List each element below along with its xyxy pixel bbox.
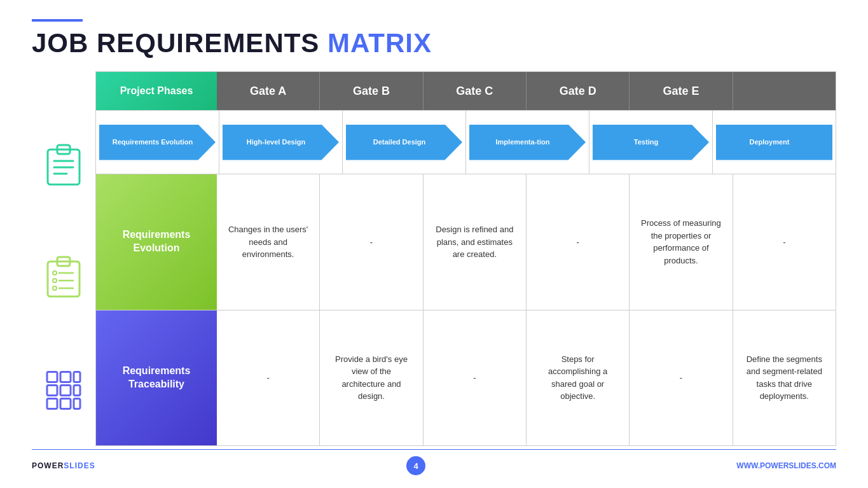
clipboard-icon xyxy=(45,143,83,188)
icon-column xyxy=(32,71,95,446)
footer-brand-text: POWER xyxy=(32,461,64,470)
footer-url: WWW.POWERSLIDES.COM xyxy=(736,461,836,470)
arrow-testing: Testing xyxy=(593,125,709,160)
req-trace-cell-2: Provide a bird's eye view of the archite… xyxy=(320,310,423,446)
arrow-cell-5: Testing xyxy=(589,111,713,174)
gate-c-header: Gate C xyxy=(424,72,527,110)
req-evo-cell-3: Design is refined and plans, and estimat… xyxy=(424,174,527,310)
footer: POWERSLIDES 4 WWW.POWERSLIDES.COM xyxy=(32,449,836,475)
arrow-deployment: Deployment xyxy=(716,125,832,160)
arrow-implementation: Implementa-tion xyxy=(469,125,586,160)
arrow-cell-1: Requirements Evolution xyxy=(96,111,219,174)
svg-point-7 xyxy=(53,271,57,275)
arrow-cell-6: Deployment xyxy=(713,111,836,174)
grid-icon xyxy=(45,368,83,412)
req-trace-cell-6: Define the segments and segment-related … xyxy=(733,310,836,446)
svg-rect-18 xyxy=(60,398,71,408)
arrow-detailed-design: Detailed Design xyxy=(346,125,462,160)
svg-rect-19 xyxy=(74,372,80,382)
title-part1: JOB REQUIREMENTS xyxy=(32,28,327,58)
footer-brand-accent: SLIDES xyxy=(64,461,95,470)
phase-header-label: Project Phases xyxy=(120,85,193,98)
arrow-cell-2: High-level Design xyxy=(219,111,343,174)
req-evo-cell-6: - xyxy=(733,174,836,310)
phase-header-cell: Project Phases xyxy=(96,72,217,110)
req-trace-cell-5: - xyxy=(630,310,733,446)
gate-f-header xyxy=(733,72,836,110)
req-evo-cell-2: - xyxy=(320,174,423,310)
req-evo-icon-slot xyxy=(32,221,95,333)
footer-brand: POWERSLIDES xyxy=(32,461,95,470)
matrix: Project Phases Gate A Gate B Gate C Gate… xyxy=(32,71,836,446)
gates-header: Gate A Gate B Gate C Gate D Gate E xyxy=(217,72,836,110)
svg-rect-20 xyxy=(74,385,80,395)
gate-d-header: Gate D xyxy=(527,72,630,110)
gate-e-header: Gate E xyxy=(630,72,733,110)
arrow-cell-3: Detailed Design xyxy=(343,111,466,174)
req-evo-cell-1: Changes in the users' needs and environm… xyxy=(217,174,320,310)
svg-rect-17 xyxy=(47,398,57,408)
req-evolution-label: Requirements Evolution xyxy=(102,228,210,255)
arrow-req-evolution: Requirements Evolution xyxy=(99,125,216,160)
req-evolution-label-cell: Requirements Evolution xyxy=(96,174,217,310)
req-trace-cell-4: Steps for accomplishing a shared goal or… xyxy=(527,310,630,446)
svg-rect-21 xyxy=(74,398,80,408)
gate-b-header: Gate B xyxy=(320,72,423,110)
req-trace-cell-1: - xyxy=(217,310,320,446)
req-evo-cell-4: - xyxy=(527,174,630,310)
footer-page-number: 4 xyxy=(406,456,425,475)
icon-spacer xyxy=(32,71,95,109)
title-part2: MATRIX xyxy=(327,28,432,58)
matrix-table: Project Phases Gate A Gate B Gate C Gate… xyxy=(95,71,836,446)
header-accent-line xyxy=(32,19,83,22)
req-traceability-label-cell: Requirements Traceability xyxy=(96,310,217,446)
req-traceability-row: Requirements Traceability - Provide a bi… xyxy=(96,310,836,446)
page: JOB REQUIREMENTS MATRIX xyxy=(0,0,868,488)
req-evo-cell-5: Process of measuring the properties or p… xyxy=(630,174,733,310)
gate-a-header: Gate A xyxy=(217,72,320,110)
req-trace-icon-slot xyxy=(32,334,95,446)
svg-point-9 xyxy=(53,279,57,282)
req-evolution-row: Requirements Evolution Changes in the us… xyxy=(96,174,836,310)
svg-rect-14 xyxy=(60,372,71,382)
page-title: JOB REQUIREMENTS MATRIX xyxy=(32,28,836,59)
svg-rect-15 xyxy=(47,385,57,395)
req-traceability-label: Requirements Traceability xyxy=(102,365,210,391)
arrow-cell-4: Implementa-tion xyxy=(466,111,589,174)
arrow-high-level-design: High-level Design xyxy=(223,125,339,160)
phase-icon-slot xyxy=(32,109,95,221)
svg-rect-13 xyxy=(47,372,57,382)
req-trace-cell-3: - xyxy=(424,310,527,446)
header-row: Project Phases Gate A Gate B Gate C Gate… xyxy=(96,72,836,110)
phase-arrow-row: Requirements Evolution High-level Design… xyxy=(96,110,836,174)
header-section: JOB REQUIREMENTS MATRIX xyxy=(32,19,836,59)
svg-rect-16 xyxy=(60,385,71,395)
svg-point-11 xyxy=(53,286,57,290)
checklist-icon xyxy=(45,255,83,300)
